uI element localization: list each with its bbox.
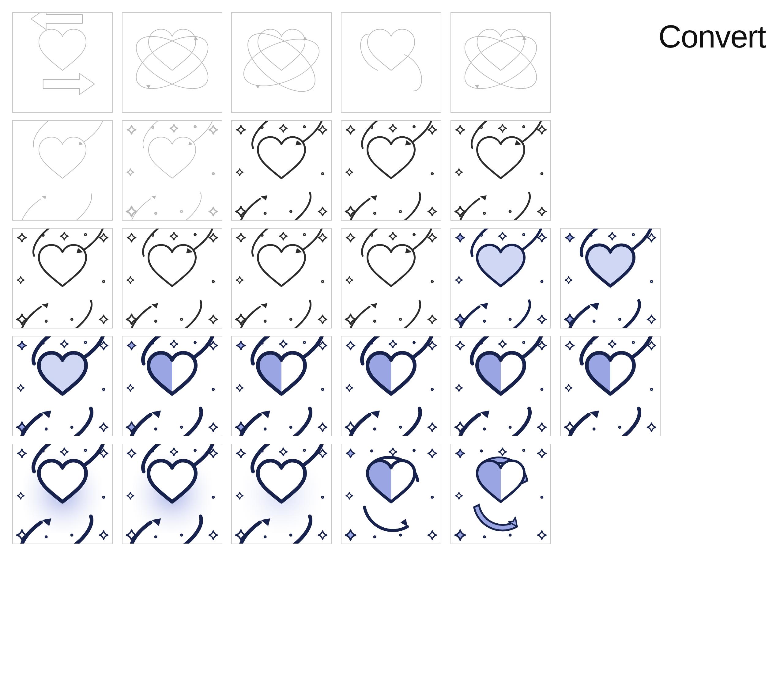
tile-r3c1 bbox=[122, 336, 222, 436]
svg-point-10 bbox=[155, 212, 156, 214]
svg-point-111 bbox=[481, 450, 483, 452]
svg-point-23 bbox=[481, 127, 483, 129]
tile-r2c0 bbox=[12, 228, 113, 328]
tile-r1c4 bbox=[451, 120, 551, 221]
svg-point-57 bbox=[632, 234, 634, 236]
svg-point-79 bbox=[541, 389, 543, 390]
svg-point-54 bbox=[651, 281, 652, 282]
svg-point-18 bbox=[371, 127, 373, 129]
svg-point-6 bbox=[456, 26, 545, 99]
tile-r0c0 bbox=[12, 12, 113, 113]
svg-point-5 bbox=[238, 23, 325, 102]
tile-r1c2 bbox=[231, 120, 332, 221]
svg-point-66 bbox=[180, 426, 182, 428]
tile-r4c4 bbox=[451, 444, 551, 544]
svg-point-92 bbox=[71, 534, 73, 536]
svg-point-31 bbox=[71, 318, 73, 320]
tile-r3c5 bbox=[560, 336, 660, 436]
svg-point-74 bbox=[432, 389, 433, 390]
svg-point-41 bbox=[290, 318, 292, 320]
svg-point-9 bbox=[212, 173, 214, 175]
svg-point-110 bbox=[413, 449, 415, 451]
svg-point-99 bbox=[194, 449, 196, 451]
empty-cell bbox=[669, 336, 770, 436]
svg-point-19 bbox=[432, 173, 433, 175]
svg-point-28 bbox=[42, 234, 44, 236]
svg-point-71 bbox=[290, 426, 292, 428]
svg-point-62 bbox=[84, 342, 86, 343]
svg-point-85 bbox=[593, 428, 595, 430]
svg-point-35 bbox=[155, 320, 156, 322]
tile-r0c3 bbox=[341, 12, 441, 113]
svg-point-49 bbox=[541, 281, 543, 282]
tile-r2c2 bbox=[231, 228, 332, 328]
tile-r3c0 bbox=[12, 336, 113, 436]
svg-point-33 bbox=[152, 234, 154, 236]
svg-point-37 bbox=[194, 234, 196, 236]
svg-point-107 bbox=[432, 497, 433, 498]
empty-cell bbox=[669, 120, 770, 221]
svg-point-114 bbox=[509, 534, 511, 536]
tile-r2c5 bbox=[560, 228, 660, 328]
svg-point-108 bbox=[374, 536, 376, 538]
tile-r4c0 bbox=[12, 444, 113, 544]
svg-point-98 bbox=[180, 534, 182, 536]
svg-point-43 bbox=[371, 234, 373, 236]
svg-point-2 bbox=[128, 26, 216, 99]
svg-point-81 bbox=[509, 426, 511, 428]
svg-point-32 bbox=[84, 234, 86, 236]
svg-point-40 bbox=[264, 320, 266, 322]
tile-r2c1 bbox=[122, 228, 222, 328]
svg-point-26 bbox=[509, 211, 511, 212]
tile-r0c4 bbox=[451, 12, 551, 113]
tile-r0c1 bbox=[122, 12, 222, 113]
svg-point-106 bbox=[371, 450, 373, 452]
svg-point-29 bbox=[102, 281, 104, 282]
svg-point-42 bbox=[304, 234, 306, 236]
svg-point-80 bbox=[484, 428, 486, 430]
svg-point-45 bbox=[374, 320, 376, 322]
svg-point-44 bbox=[432, 281, 433, 282]
svg-point-109 bbox=[400, 534, 402, 536]
svg-point-56 bbox=[619, 318, 621, 320]
tile-r1c1 bbox=[122, 120, 222, 221]
empty-cell bbox=[560, 444, 660, 544]
svg-point-102 bbox=[322, 497, 324, 498]
tile-grid bbox=[12, 12, 772, 544]
svg-point-112 bbox=[541, 497, 543, 498]
svg-point-64 bbox=[212, 389, 214, 390]
empty-cell bbox=[560, 12, 660, 113]
svg-point-34 bbox=[212, 281, 214, 282]
svg-point-61 bbox=[71, 426, 73, 428]
svg-point-55 bbox=[593, 320, 595, 322]
svg-point-65 bbox=[155, 428, 156, 430]
empty-cell bbox=[669, 12, 770, 113]
tile-r3c3 bbox=[341, 336, 441, 436]
svg-point-103 bbox=[264, 536, 266, 538]
svg-point-72 bbox=[304, 342, 306, 343]
empty-cell bbox=[560, 120, 660, 221]
svg-point-59 bbox=[102, 389, 104, 390]
empty-cell bbox=[669, 228, 770, 328]
svg-point-84 bbox=[651, 389, 652, 390]
svg-point-39 bbox=[322, 281, 324, 282]
tile-r1c3 bbox=[341, 120, 441, 221]
svg-point-14 bbox=[322, 173, 324, 175]
svg-point-115 bbox=[523, 449, 525, 451]
svg-point-77 bbox=[413, 342, 415, 343]
svg-point-48 bbox=[481, 234, 483, 236]
tile-r3c4 bbox=[451, 336, 551, 436]
svg-point-113 bbox=[484, 536, 486, 538]
svg-point-16 bbox=[290, 211, 292, 212]
tile-r2c3 bbox=[341, 228, 441, 328]
svg-point-52 bbox=[523, 234, 525, 236]
svg-point-20 bbox=[374, 212, 376, 214]
svg-point-97 bbox=[155, 536, 156, 538]
svg-point-51 bbox=[509, 318, 511, 320]
svg-point-91 bbox=[45, 536, 47, 538]
svg-point-96 bbox=[212, 497, 214, 498]
svg-point-15 bbox=[264, 212, 266, 214]
tile-r2c4 bbox=[451, 228, 551, 328]
svg-point-67 bbox=[194, 342, 196, 343]
svg-point-36 bbox=[180, 318, 182, 320]
